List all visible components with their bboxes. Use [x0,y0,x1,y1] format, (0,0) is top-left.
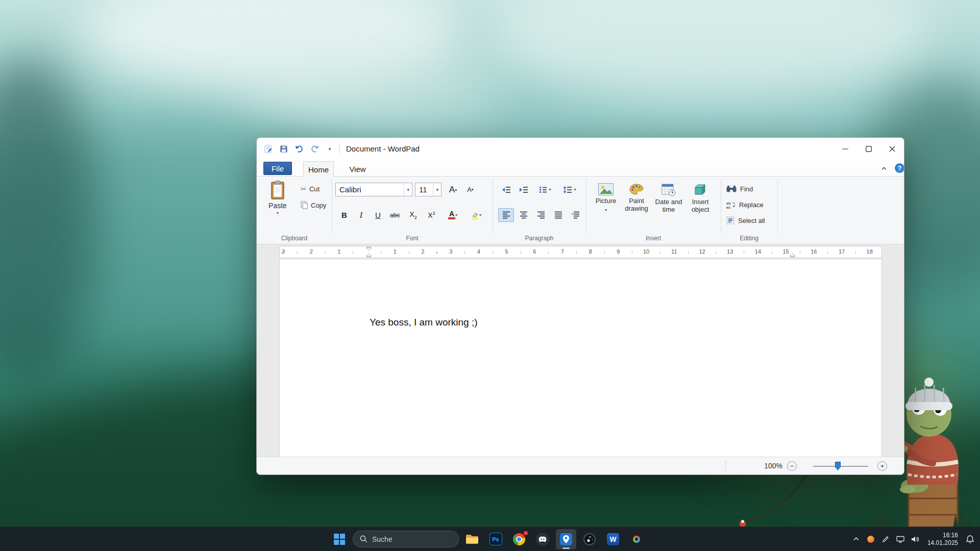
photoshop-icon: Ps [489,533,502,545]
copy-button[interactable]: Copy [301,199,326,211]
date-and-time-button[interactable]: Date and time [653,180,684,238]
bold-button[interactable]: B [336,208,352,222]
justify-icon [554,211,562,219]
replace-button[interactable]: ab ac Replace [726,199,764,210]
ruler-number: 6 [533,248,536,255]
taskbar-app-word[interactable]: W [603,529,623,549]
italic-button[interactable]: I [353,208,369,222]
tray-pen-icon-button[interactable] [879,529,893,549]
ruler-number: 2 [421,248,424,255]
taskbar-app-discord[interactable] [532,529,553,549]
hanging-indent-marker[interactable] [366,253,371,257]
subscript-button[interactable]: X2 [405,208,421,222]
taskbar-app-game[interactable] [626,529,647,549]
line-spacing-icon [563,186,572,193]
window-controls [834,138,904,160]
tray-show-hidden-icons[interactable] [849,529,863,549]
align-right-button[interactable] [533,208,549,222]
taskbar-app-photoshop[interactable]: Ps [485,529,506,549]
paragraph-dialog-button[interactable] [568,208,583,222]
zoom-out-button[interactable]: − [787,461,797,471]
cut-button[interactable]: ✂ Cut [301,183,320,195]
group-divider [586,180,586,233]
group-label-paragraph: Paragraph [493,235,586,242]
zoom-slider[interactable] [813,461,868,471]
highlight-color-button[interactable]: ▾ [465,208,487,222]
ruler-number: 7 [561,248,564,255]
shrink-font-button[interactable]: A▾ [462,183,478,196]
taskbar-app-chrome[interactable] [509,529,529,549]
undo-button[interactable] [293,142,305,156]
ruler-number: 12 [699,248,705,255]
zoom-slider-handle[interactable] [835,462,841,470]
ribbon-collapse-button[interactable] [878,164,890,172]
redo-button[interactable] [309,142,320,156]
ruler-ticks [280,252,881,254]
taskbar-clock[interactable]: 16:16 14.01.2025 [923,532,962,547]
align-center-button[interactable] [516,208,531,222]
caret-down-icon: ▾ [472,187,474,192]
taskbar-app-explorer[interactable] [462,529,482,549]
group-label-insert: Insert [586,235,721,242]
minimize-button[interactable] [834,138,857,160]
tab-view[interactable]: View [344,161,372,177]
line-spacing-button[interactable]: ▾ [559,183,580,196]
caret-down-icon: ▾ [433,183,441,196]
increase-indent-button[interactable] [516,183,531,196]
tray-display-button[interactable] [894,529,908,549]
font-color-button[interactable]: A ▾ [442,208,463,222]
status-bar: 100% − + [257,457,904,474]
titlebar-divider [339,144,340,153]
font-size-select[interactable]: 11 ▾ [415,183,442,196]
font-family-select[interactable]: Calibri ▾ [335,183,412,196]
decrease-indent-button[interactable] [498,183,514,196]
find-button[interactable]: Find [726,183,753,194]
insert-object-button[interactable]: Insert object [686,180,715,238]
obs-icon [583,533,596,545]
insert-picture-button[interactable]: Picture ▾ [592,180,620,238]
document-page[interactable]: Yes boss, I am working ;) [279,260,882,458]
document-text[interactable]: Yes boss, I am working ;) [370,317,478,328]
taskbar-app-obs[interactable] [579,529,600,549]
right-indent-marker[interactable] [790,253,795,257]
caret-down-icon: ▾ [549,187,551,192]
ruler-number: 15 [782,248,789,255]
titlebar[interactable]: ▾ Document - WordPad [257,138,904,160]
ruler-number: 13 [727,248,733,255]
monitor-icon [896,536,904,543]
caret-down-icon: ▾ [574,187,576,192]
redo-icon [310,145,319,153]
select-all-button[interactable]: Select all [726,215,765,226]
grow-font-button[interactable]: A▴ [445,183,461,196]
tray-volume-button[interactable] [909,529,922,549]
tab-home[interactable]: Home [303,161,334,177]
taskbar-app-active-pin[interactable] [556,529,576,549]
caret-down-icon: ▾ [277,211,279,215]
caret-down-icon: ▾ [479,213,481,217]
customize-quick-access-button[interactable]: ▾ [324,142,335,156]
justify-button[interactable] [550,208,566,222]
tab-file[interactable]: File [263,162,292,175]
zoom-in-button[interactable]: + [877,461,887,471]
tray-app-icon[interactable] [864,529,878,549]
save-button[interactable] [278,142,289,156]
superscript-button[interactable]: X2 [424,208,439,222]
bullets-button[interactable]: ▾ [534,183,556,196]
notification-bell-button[interactable] [963,529,977,549]
maximize-button[interactable] [857,138,880,160]
underline-button[interactable]: U [370,208,386,222]
paint-drawing-button[interactable]: Paint drawing [622,180,651,238]
caret-down-icon: ▾ [404,183,412,196]
taskbar-search[interactable]: Suche [353,531,459,547]
help-button[interactable]: ? [895,163,904,173]
ruler-number: 3 [449,248,452,255]
start-button[interactable] [329,529,350,549]
copy-icon [301,201,308,209]
paste-button[interactable]: Paste ▾ [265,180,290,236]
strikethrough-button[interactable]: abc [387,208,403,222]
close-button[interactable] [880,138,904,160]
align-left-button[interactable] [498,208,514,222]
first-line-indent-marker[interactable] [366,247,371,251]
game-app-icon [630,533,643,545]
maximize-icon [866,146,872,152]
